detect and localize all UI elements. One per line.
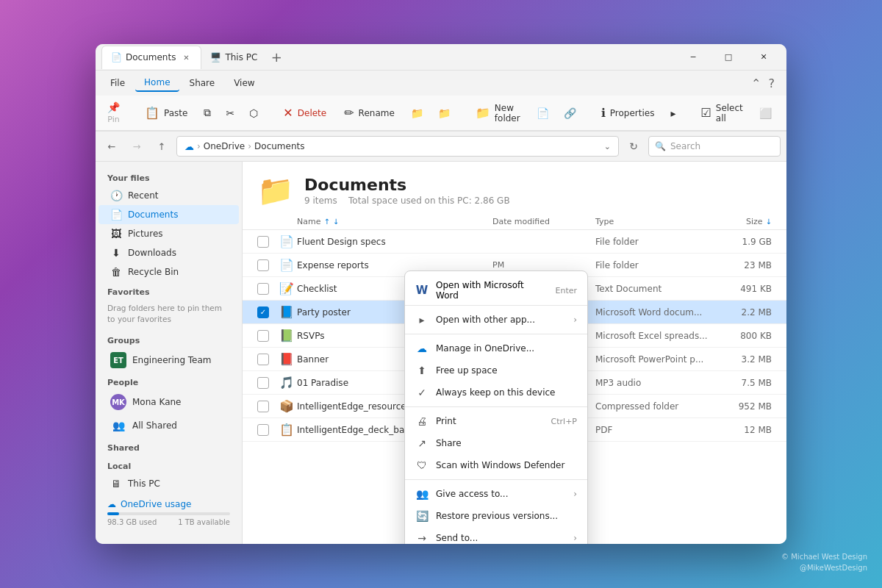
sidebar-item-mona-kane[interactable]: MK Mona Kane <box>98 390 239 414</box>
recent-icon: 🕐 <box>110 190 122 201</box>
usage-available: 1 TB available <box>178 518 230 526</box>
tab-documents[interactable]: 📄 Documents ✕ <box>101 46 201 69</box>
sidebar-item-this-pc[interactable]: 🖥 This PC <box>98 474 239 493</box>
help-icon[interactable]: ? <box>763 76 781 90</box>
sidebar-item-all-shared[interactable]: 👥 All Shared <box>98 414 239 437</box>
ribbon-tab-view[interactable]: View <box>225 75 263 91</box>
ribbon-tab-home[interactable]: Home <box>135 74 179 92</box>
ribbon-tab-share[interactable]: Share <box>181 75 224 91</box>
ribbon-tab-file[interactable]: File <box>101 75 134 91</box>
file-checkbox[interactable] <box>257 377 269 389</box>
file-checkbox[interactable] <box>257 354 269 365</box>
col-date-header[interactable]: Date modified <box>492 217 595 226</box>
sidebar-item-engineering-team[interactable]: ET Engineering Team <box>98 348 239 372</box>
item-count: 9 items <box>304 196 337 206</box>
ctx-manage-onedrive-label: Manage in OneDrive... <box>436 343 577 354</box>
paste-button[interactable]: 📋 Paste <box>137 101 195 124</box>
paste-label: Paste <box>164 108 187 118</box>
copy-to-button[interactable]: 📁 <box>432 104 456 122</box>
ctx-item-manage-onedrive[interactable]: ☁ Manage in OneDrive... <box>405 337 587 359</box>
file-checkbox[interactable] <box>257 330 269 342</box>
documents-label: Documents <box>128 209 178 220</box>
path-onedrive[interactable]: OneDrive <box>204 141 245 151</box>
usage-bar <box>107 512 230 515</box>
ctx-item-restore[interactable]: 🔄 Restore previous versions... <box>405 505 587 527</box>
recent-label: Recent <box>128 190 158 201</box>
ctx-item-give-access[interactable]: 👥 Give access to... › <box>405 483 587 505</box>
select-all-button[interactable]: ☑ Select all <box>693 98 750 128</box>
address-path[interactable]: ☁ › OneDrive › Documents ⌄ <box>176 136 619 157</box>
ctx-item-free-space[interactable]: ⬆ Free up space <box>405 359 587 381</box>
pin-button[interactable]: 📌 Pin <box>101 98 126 127</box>
people-label: People <box>96 372 242 390</box>
search-box[interactable]: 🔍 Search <box>648 136 781 157</box>
file-type: File folder <box>595 260 713 270</box>
back-button[interactable]: ← <box>101 136 122 157</box>
forward-button[interactable]: → <box>126 136 147 157</box>
groups-label: Groups <box>96 330 242 348</box>
onedrive-usage-label[interactable]: ☁ OneDrive usage <box>107 499 230 509</box>
path-chevron[interactable]: ⌄ <box>604 142 611 151</box>
file-checkbox[interactable] <box>257 259 269 271</box>
open-button[interactable]: ▸ <box>664 104 681 122</box>
title-bar: 📄 Documents ✕ 🖥️ This PC + ─ □ ✕ <box>96 44 786 71</box>
ctx-item-keep-device[interactable]: ✓ Always keep on this device <box>405 381 587 404</box>
file-checkbox[interactable] <box>257 236 269 248</box>
move-to-button[interactable]: 📁 <box>405 104 429 122</box>
ribbon-collapse-icon[interactable]: ⌃ <box>751 76 761 90</box>
ribbon-toolbar: 📌 Pin 📋 Paste ⧉ ✂ ⬡ ✕ Delete <box>96 96 786 131</box>
ctx-restore-label: Restore previous versions... <box>436 511 577 521</box>
file-checkbox[interactable] <box>257 401 269 412</box>
select-none-icon: ⬜ <box>759 107 772 119</box>
copy-button[interactable]: ⧉ <box>198 104 217 122</box>
file-checkbox[interactable]: ✓ <box>257 306 269 318</box>
ctx-item-open-other[interactable]: ▸ Open with other app... › <box>405 309 587 331</box>
properties-button[interactable]: ℹ Properties <box>594 101 662 124</box>
new-tab-button[interactable]: + <box>266 47 287 68</box>
tab-this-pc[interactable]: 🖥️ This PC <box>201 46 266 69</box>
downloads-icon: ⬇ <box>110 247 122 259</box>
cut-button[interactable]: ✂ <box>220 104 240 122</box>
sidebar-item-documents[interactable]: 📄 Documents <box>98 205 239 224</box>
select-none-button[interactable]: ⬜ <box>753 104 778 122</box>
sidebar-item-pictures[interactable]: 🖼 Pictures <box>98 224 239 243</box>
name-col-label: Name <box>297 217 320 226</box>
documents-icon: 📄 <box>110 209 122 220</box>
rename-button[interactable]: ✏ Rename <box>337 101 402 124</box>
file-name: Fluent Design specs <box>297 237 492 247</box>
ctx-sep-3 <box>405 479 587 480</box>
new-folder-button[interactable]: 📁 New folder <box>468 98 528 128</box>
sidebar-item-downloads[interactable]: ⬇ Downloads <box>98 243 239 262</box>
col-name-header[interactable]: Name ↑ ↓ <box>297 217 492 226</box>
col-type-header[interactable]: Type <box>595 217 713 226</box>
ctx-item-open-word[interactable]: W Open with Microsoft Word Enter <box>405 274 587 306</box>
file-checkbox[interactable] <box>257 283 269 295</box>
ctx-item-print[interactable]: 🖨 Print Ctrl+P <box>405 410 587 432</box>
onedrive-usage: ☁ OneDrive usage 98.3 GB used 1 TB avail… <box>96 493 242 532</box>
delete-button[interactable]: ✕ Delete <box>276 101 334 124</box>
refresh-button[interactable]: ↻ <box>623 136 644 157</box>
folder-info: Documents 9 items Total space used on th… <box>304 176 510 206</box>
sidebar-item-recent[interactable]: 🕐 Recent <box>98 186 239 205</box>
close-button[interactable]: ✕ <box>747 46 781 69</box>
ctx-free-space-icon: ⬆ <box>415 365 429 376</box>
col-size-header[interactable]: Size ↓ <box>713 217 772 226</box>
ctx-item-share[interactable]: ↗ Share <box>405 432 587 454</box>
table-row[interactable]: 📄 Fluent Design specs File folder 1.9 GB <box>243 230 786 254</box>
tab-documents-label: Documents <box>126 52 176 62</box>
file-checkbox[interactable] <box>257 424 269 436</box>
tab-close-documents[interactable]: ✕ <box>180 51 192 63</box>
new-item-button[interactable]: 📄 <box>531 104 555 122</box>
properties-label: Properties <box>610 108 655 118</box>
easy-access-button[interactable]: 🔗 <box>558 104 582 122</box>
invert-selection-button[interactable]: ↕ <box>781 104 786 122</box>
tab-this-pc-label: This PC <box>225 52 257 62</box>
ctx-item-scan[interactable]: 🛡 Scan with Windows Defender <box>405 454 587 476</box>
paste-shortcut-button[interactable]: ⬡ <box>243 104 264 122</box>
up-button[interactable]: ↑ <box>151 136 172 157</box>
maximize-button[interactable]: □ <box>711 46 745 69</box>
mona-kane-label: Mona Kane <box>132 397 181 407</box>
sidebar-item-recycle[interactable]: 🗑 Recycle Bin <box>98 262 239 282</box>
minimize-button[interactable]: ─ <box>676 46 710 69</box>
ctx-item-send-to[interactable]: → Send to... › <box>405 527 587 544</box>
